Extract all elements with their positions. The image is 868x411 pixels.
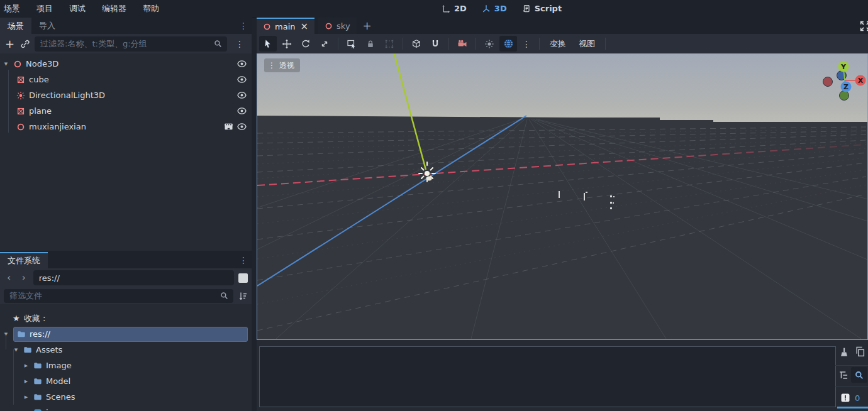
nav-forward-icon[interactable]: › — [18, 273, 28, 283]
filesystem-row[interactable]: icon.svg — [0, 405, 252, 411]
errors-counter-button[interactable]: 0 — [837, 390, 868, 405]
folder-icon — [33, 377, 42, 385]
tab-filesystem[interactable]: 文件系统 — [0, 252, 48, 268]
collapse-tree-button[interactable] — [838, 370, 850, 381]
current-path-field[interactable] — [38, 273, 230, 283]
scene-filter-box — [35, 36, 227, 52]
menu-help[interactable]: 帮助 — [135, 0, 167, 17]
tab-scene[interactable]: 场景 — [0, 18, 31, 34]
scene-node-row[interactable]: ▼ Node3D — [0, 56, 252, 72]
preview-sunlight-button[interactable] — [481, 36, 498, 52]
file-filter-input[interactable] — [8, 290, 216, 301]
add-node-button[interactable]: + — [4, 38, 16, 50]
file-label: Model — [46, 376, 70, 386]
local-space-button[interactable] — [408, 36, 425, 52]
clear-output-button[interactable] — [838, 347, 850, 358]
visibility-eye-icon[interactable] — [237, 91, 247, 99]
filesystem-row-res[interactable]: ▼ res:// — [0, 326, 252, 342]
directional-light-icon — [16, 91, 25, 100]
collapse-arrow-icon[interactable]: ▶ — [23, 363, 30, 368]
menu-editor[interactable]: 编辑器 — [94, 0, 135, 17]
scene-tab-sky[interactable]: sky — [318, 18, 357, 34]
scale-tool-button[interactable] — [316, 36, 333, 52]
axis-z-label: Z — [843, 83, 849, 91]
mode-3d-button[interactable]: 3D — [482, 4, 507, 13]
menu-project[interactable]: 项目 — [28, 0, 61, 17]
copy-output-button[interactable] — [855, 346, 866, 358]
mode-script-label: Script — [535, 4, 562, 13]
axis-neg-y-ball[interactable] — [840, 91, 849, 101]
visibility-eye-icon[interactable] — [237, 107, 247, 115]
sort-files-icon[interactable] — [238, 291, 248, 301]
scene-tab-main[interactable]: main × — [257, 18, 314, 34]
collapse-arrow-icon[interactable]: ▶ — [23, 379, 30, 384]
mode-2d-button[interactable]: 2D — [442, 4, 467, 13]
view-menu[interactable]: 视图 — [573, 38, 601, 50]
sun-icon — [484, 39, 494, 49]
local-space-cube-icon — [411, 39, 421, 49]
rotate-tool-button[interactable] — [297, 36, 314, 52]
search-output-button[interactable] — [851, 367, 867, 383]
nav-back-icon[interactable]: ‹ — [4, 273, 14, 283]
filesystem-row[interactable]: ▶ Image — [0, 358, 252, 373]
visibility-eye-icon[interactable] — [237, 123, 247, 131]
lock-selected-button[interactable] — [362, 36, 379, 52]
menu-debug[interactable]: 调试 — [61, 0, 94, 17]
environment-globe-icon — [503, 38, 514, 49]
2d-mode-icon — [442, 4, 450, 13]
scene-dock-menu-icon[interactable]: ⋮ — [235, 21, 252, 30]
transform-menu[interactable]: 变换 — [544, 38, 572, 50]
node-label: DirectionalLight3D — [29, 90, 105, 100]
scene-tree-options-icon[interactable]: ⋮ — [231, 40, 248, 48]
output-log-area[interactable] — [259, 346, 836, 407]
tree-guide — [13, 349, 14, 405]
lock-icon — [365, 39, 376, 49]
move-tool-button[interactable] — [278, 36, 296, 52]
filesystem-row[interactable]: ▶ Scenes — [0, 389, 252, 405]
view-options-icon[interactable]: ⋮ — [518, 40, 535, 48]
visibility-eye-icon[interactable] — [237, 60, 247, 68]
list-select-button[interactable] — [343, 36, 360, 52]
main-editor-area: main × sky + — [257, 17, 868, 411]
group-selected-button[interactable] — [381, 36, 398, 52]
expand-arrow-icon[interactable]: ▼ — [3, 62, 9, 67]
selected-row-highlight: res:// — [13, 327, 248, 342]
scene-tab-label: sky — [337, 21, 350, 31]
file-label: Assets — [36, 345, 62, 354]
tree-guide — [8, 70, 9, 133]
menu-scene[interactable]: 场景 — [0, 0, 28, 17]
snap-toggle-button[interactable] — [426, 36, 444, 52]
mode-script-button[interactable]: Script — [522, 4, 562, 13]
viewport-3d[interactable]: Y X Z ⋮ 透视 — [257, 53, 868, 340]
close-tab-icon[interactable]: × — [299, 21, 308, 32]
filesystem-row[interactable]: ▼ Assets — [0, 342, 252, 358]
distraction-free-button[interactable] — [860, 21, 868, 31]
scene-node-row[interactable]: muxianjiexian — [0, 119, 252, 134]
error-alert-icon — [840, 393, 850, 403]
axis-neg-x-ball[interactable] — [823, 77, 833, 87]
camera-preview-button[interactable] — [453, 36, 471, 52]
tab-import[interactable]: 导入 — [31, 18, 63, 34]
scene-node-row[interactable]: cube — [0, 72, 252, 87]
filesystem-dock-menu-icon[interactable]: ⋮ — [235, 256, 252, 265]
toggle-split-mode-button[interactable] — [238, 273, 248, 283]
visibility-eye-icon[interactable] — [237, 75, 247, 84]
filesystem-row[interactable]: ▶ Model — [0, 373, 252, 389]
scene-node-row[interactable]: plane — [0, 103, 252, 119]
node-label: Node3D — [26, 59, 58, 68]
viewport-3d-canvas[interactable]: Y X Z — [257, 54, 867, 339]
preview-environment-button[interactable] — [499, 36, 517, 52]
scene-filter-input[interactable] — [39, 38, 210, 49]
projection-menu-button[interactable]: ⋮ 透视 — [264, 58, 300, 72]
scene-instance-badge-icon[interactable] — [224, 123, 233, 131]
scene-dock-tabbar: 场景 导入 ⋮ — [0, 17, 252, 34]
instance-scene-link-icon[interactable] — [20, 39, 30, 49]
favorites-header: ★ 收藏： — [0, 310, 252, 326]
select-tool-button[interactable] — [259, 36, 277, 52]
filesystem-tabbar: 文件系统 ⋮ — [0, 251, 252, 268]
scene-node-row[interactable]: DirectionalLight3D — [0, 87, 252, 103]
new-scene-tab-button[interactable]: + — [357, 19, 378, 32]
search-icon — [854, 370, 864, 380]
rotate-icon — [301, 39, 311, 49]
collapse-arrow-icon[interactable]: ▶ — [23, 395, 30, 400]
